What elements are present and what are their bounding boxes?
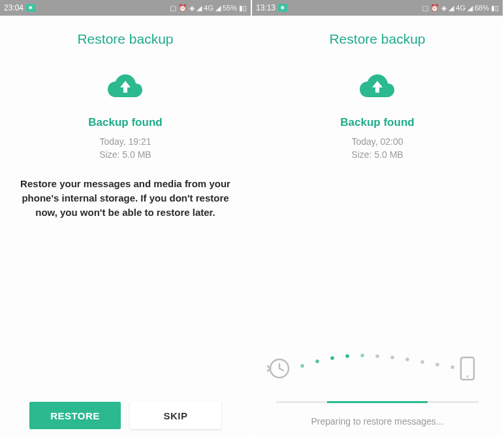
signal-icon-2: ◢ — [215, 4, 221, 12]
restore-button[interactable]: RESTORE — [29, 402, 121, 429]
phone-icon — [461, 357, 474, 380]
backup-meta: Today, 02:00 Size: 5.0 MB — [351, 136, 403, 161]
svg-point-4 — [345, 354, 349, 358]
cloud-upload-icon — [107, 72, 144, 102]
backup-found-heading: Backup found — [340, 116, 414, 129]
progress-bar-fill — [327, 401, 428, 403]
cloud-upload-icon — [359, 72, 396, 102]
battery-pct: 68% — [475, 4, 489, 12]
svg-point-5 — [360, 354, 364, 357]
backup-meta: Today, 19:21 Size: 5.0 MB — [99, 136, 151, 161]
signal-icon-2: ◢ — [467, 4, 473, 12]
status-bar: 23:04 ✶ ▢ ⏰ ◈ ◢ 4G ◢ 55% ▮▯ — [0, 0, 251, 16]
status-icons: ▢ ⏰ ◈ ◢ 4G ◢ 55% ▮▯ — [170, 4, 247, 12]
alarm-icon: ⏰ — [178, 4, 187, 12]
page-title: Restore backup — [77, 31, 173, 47]
network-label: 4G — [456, 4, 465, 12]
vibrate-icon: ▢ — [170, 4, 176, 12]
backup-timestamp: Today, 19:21 — [99, 136, 151, 149]
battery-pct: 55% — [223, 4, 237, 12]
screen-restore-prompt: 23:04 ✶ ▢ ⏰ ◈ ◢ 4G ◢ 55% ▮▯ Restore back… — [0, 0, 252, 437]
svg-point-9 — [420, 360, 424, 364]
content-area: Restore backup Backup found Today, 19:21… — [0, 16, 251, 437]
alarm-icon: ⏰ — [430, 4, 439, 12]
svg-point-11 — [450, 365, 454, 369]
svg-point-13 — [467, 376, 469, 378]
svg-point-8 — [405, 357, 409, 361]
status-bar: 13:13 ✶ ▢ ⏰ ◈ ◢ 4G ◢ 68% ▮▯ — [252, 0, 503, 16]
battery-icon: ▮▯ — [239, 4, 247, 12]
progress-bar — [276, 401, 479, 403]
svg-point-6 — [375, 354, 379, 358]
wifi-icon: ◈ — [189, 4, 195, 12]
svg-point-3 — [330, 356, 334, 360]
svg-point-7 — [390, 355, 394, 359]
backup-found-heading: Backup found — [88, 116, 162, 129]
screen-restore-progress: 13:13 ✶ ▢ ⏰ ◈ ◢ 4G ◢ 68% ▮▯ Restore back… — [252, 0, 504, 437]
backup-size: Size: 5.0 MB — [351, 149, 403, 162]
svg-point-1 — [300, 364, 304, 368]
progress-area: Preparing to restore messages... — [252, 350, 503, 427]
backup-timestamp: Today, 02:00 — [351, 136, 403, 149]
backup-size: Size: 5.0 MB — [99, 149, 151, 162]
status-time: 13:13 — [256, 3, 276, 12]
history-icon — [268, 359, 289, 378]
page-title: Restore backup — [329, 31, 425, 47]
battery-icon: ▮▯ — [491, 4, 499, 12]
restore-description: Restore your messages and media from you… — [13, 177, 238, 219]
svg-point-10 — [435, 363, 439, 367]
transfer-dots-icon — [300, 354, 454, 369]
button-row: RESTORE SKIP — [0, 402, 251, 429]
status-badge-icon: ✶ — [278, 4, 287, 12]
skip-button[interactable]: SKIP — [130, 402, 221, 429]
signal-icon: ◢ — [449, 4, 454, 12]
vibrate-icon: ▢ — [422, 4, 428, 12]
svg-point-2 — [315, 359, 319, 363]
network-label: 4G — [204, 4, 213, 12]
progress-status-text: Preparing to restore messages... — [311, 416, 443, 427]
status-badge-icon: ✶ — [26, 4, 35, 12]
wifi-icon: ◈ — [441, 4, 447, 12]
status-icons: ▢ ⏰ ◈ ◢ 4G ◢ 68% ▮▯ — [422, 4, 499, 12]
status-time: 23:04 — [4, 3, 24, 12]
transfer-illustration — [265, 350, 490, 389]
signal-icon: ◢ — [197, 4, 202, 12]
